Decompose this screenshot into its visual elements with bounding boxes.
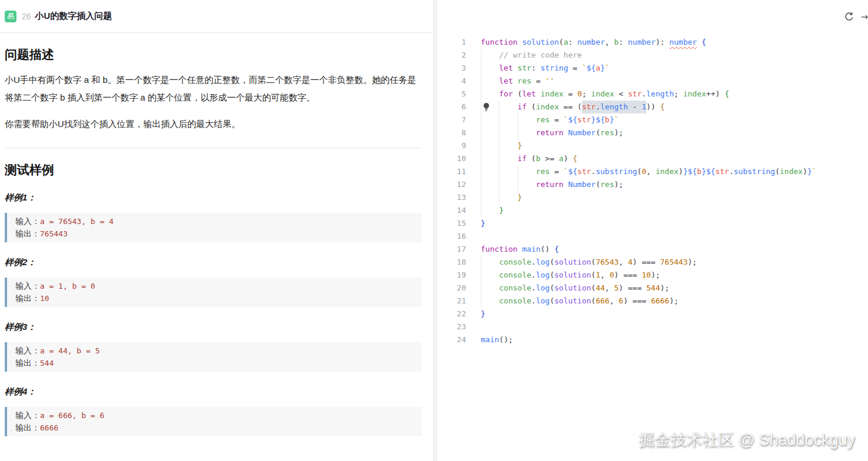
line-number[interactable]: 17 bbox=[437, 243, 466, 256]
refresh-icon[interactable] bbox=[844, 12, 854, 22]
code-line[interactable]: 19console.log(solution(1, 0) === 10); bbox=[437, 269, 868, 282]
code-line-text[interactable]: console.log(solution(666, 6) === 6666); bbox=[481, 295, 679, 308]
code-line-text[interactable]: } bbox=[481, 308, 485, 320]
indent-guide bbox=[499, 139, 517, 152]
line-number[interactable]: 5 bbox=[437, 88, 466, 101]
line-number[interactable]: 2 bbox=[437, 49, 466, 62]
code-line[interactable]: 8return Number(res); bbox=[437, 126, 868, 139]
code-line-text[interactable]: res = `${str}${b}` bbox=[481, 113, 619, 126]
code-token: ` bbox=[812, 165, 817, 178]
code-token: str bbox=[577, 165, 591, 178]
code-line-text[interactable]: let str: string = `${a}` bbox=[481, 62, 609, 75]
line-number[interactable]: 9 bbox=[437, 139, 466, 152]
code-line[interactable]: 17function main() { bbox=[437, 243, 868, 256]
code-line-text[interactable]: let res = '' bbox=[481, 75, 554, 88]
code-line-text[interactable]: main(); bbox=[481, 333, 513, 346]
code-line[interactable]: 1function solution(a: number, b: number)… bbox=[437, 36, 868, 49]
line-number[interactable]: 3 bbox=[437, 62, 466, 75]
code-token: str bbox=[628, 88, 641, 101]
line-number[interactable]: 10 bbox=[437, 152, 466, 165]
code-line[interactable]: 21console.log(solution(666, 6) === 6666)… bbox=[437, 295, 868, 308]
code-line-text[interactable]: function solution(a: number, b: number):… bbox=[481, 36, 706, 49]
code-line[interactable]: 4let res = '' bbox=[437, 75, 868, 88]
code-token: a bbox=[564, 36, 568, 49]
line-number[interactable]: 13 bbox=[437, 191, 466, 204]
code-line-text[interactable]: console.log(solution(76543, 4) === 76544… bbox=[481, 256, 697, 269]
line-number[interactable]: 22 bbox=[437, 308, 466, 320]
code-token: number bbox=[628, 36, 656, 49]
io-value: 6666 bbox=[40, 423, 58, 432]
code-line[interactable]: 18console.log(solution(76543, 4) === 765… bbox=[437, 256, 868, 269]
code-line[interactable]: 6if (index == (str.length - 1)) { bbox=[437, 101, 868, 113]
code-line[interactable]: 2// write code here bbox=[437, 49, 868, 62]
code-token: solution bbox=[554, 256, 591, 269]
code-line-text[interactable]: console.log(solution(44, 5) === 544); bbox=[481, 282, 669, 295]
code-line[interactable]: 16 bbox=[437, 230, 868, 243]
code-line[interactable]: 14} bbox=[437, 204, 868, 217]
line-number[interactable]: 6 bbox=[437, 101, 466, 113]
code-line-text[interactable]: } bbox=[481, 139, 522, 152]
line-number[interactable]: 18 bbox=[437, 256, 466, 269]
code-line-text[interactable]: } bbox=[481, 191, 522, 204]
line-number[interactable]: 1 bbox=[437, 36, 466, 49]
problem-title: 小U的数字插入问题 bbox=[35, 11, 112, 22]
code-line-text[interactable]: } bbox=[481, 204, 504, 217]
code-line-text[interactable]: console.log(solution(1, 0) === 10); bbox=[481, 269, 660, 282]
code-line[interactable]: 5for (let index = 0; index < str.length;… bbox=[437, 88, 868, 101]
collapse-panel-icon[interactable] bbox=[861, 12, 868, 22]
code-line-text[interactable]: return Number(res); bbox=[481, 126, 624, 139]
io-label: 输出： bbox=[15, 229, 40, 238]
code-line[interactable]: 22} bbox=[437, 308, 868, 320]
code-line-text[interactable]: for (let index = 0; index < str.length; … bbox=[481, 88, 729, 101]
code-line-text[interactable]: function main() { bbox=[481, 243, 559, 256]
line-number[interactable]: 4 bbox=[437, 75, 466, 88]
line-number[interactable]: 21 bbox=[437, 295, 466, 308]
code-line[interactable]: 11res = `${str.substring(0, index)}${b}$… bbox=[437, 165, 868, 178]
line-number[interactable]: 14 bbox=[437, 204, 466, 217]
code-token: ` bbox=[564, 165, 568, 178]
sample-input-line: 输入：a = 1, b = 0 bbox=[15, 280, 414, 292]
lightbulb-icon[interactable] bbox=[482, 102, 491, 112]
code-token: substring bbox=[734, 165, 775, 178]
code-line[interactable]: 10if (b >= a) { bbox=[437, 152, 868, 165]
code-line-text[interactable]: } bbox=[481, 217, 485, 230]
code-line[interactable]: 24main(); bbox=[437, 333, 868, 346]
code-token: ( bbox=[591, 295, 596, 308]
code-token: return bbox=[536, 126, 568, 139]
line-number[interactable]: 20 bbox=[437, 282, 466, 295]
code-line[interactable]: 7res = `${str}${b}` bbox=[437, 113, 868, 126]
code-area[interactable]: 1function solution(a: number, b: number)… bbox=[437, 36, 868, 346]
problem-paragraph: 你需要帮助小U找到这个插入位置，输出插入后的最大结果。 bbox=[5, 115, 422, 133]
code-token: ++) bbox=[706, 88, 725, 101]
code-line-text[interactable]: // write code here bbox=[481, 49, 582, 62]
line-number[interactable]: 24 bbox=[437, 333, 466, 346]
code-line-text[interactable]: if (index == (str.length - 1)) { bbox=[481, 101, 665, 113]
code-token: } bbox=[601, 62, 605, 75]
line-number[interactable]: 19 bbox=[437, 269, 466, 282]
code-line[interactable]: 13} bbox=[437, 191, 868, 204]
code-line-text[interactable]: return Number(res); bbox=[481, 178, 624, 191]
line-number[interactable]: 16 bbox=[437, 230, 466, 243]
line-number[interactable]: 11 bbox=[437, 165, 466, 178]
code-token: ` bbox=[582, 62, 587, 75]
code-token: ); bbox=[688, 256, 697, 269]
code-line[interactable]: 23 bbox=[437, 320, 868, 333]
code-line[interactable]: 20console.log(solution(44, 5) === 544); bbox=[437, 282, 868, 295]
code-token: str bbox=[582, 101, 595, 113]
indent-guide bbox=[481, 88, 499, 101]
code-line[interactable]: 3let str: string = `${a}` bbox=[437, 62, 868, 75]
code-line[interactable]: 15} bbox=[437, 217, 868, 230]
code-token: console bbox=[499, 295, 531, 308]
code-line[interactable]: 12return Number(res); bbox=[437, 178, 868, 191]
line-number[interactable]: 12 bbox=[437, 178, 466, 191]
code-token: let bbox=[499, 75, 517, 88]
line-number[interactable]: 7 bbox=[437, 113, 466, 126]
code-token: : bbox=[531, 62, 541, 75]
code-token: Number bbox=[568, 126, 596, 139]
line-number[interactable]: 15 bbox=[437, 217, 466, 230]
line-number[interactable]: 8 bbox=[437, 126, 466, 139]
code-line-text[interactable]: if (b >= a) { bbox=[481, 152, 577, 165]
code-line-text[interactable]: res = `${str.substring(0, index)}${b}${s… bbox=[481, 165, 816, 178]
line-number[interactable]: 23 bbox=[437, 320, 466, 333]
code-line[interactable]: 9} bbox=[437, 139, 868, 152]
